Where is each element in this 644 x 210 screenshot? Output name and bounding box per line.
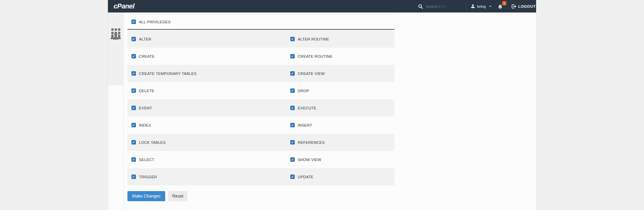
privilege-row: SELECT SHOW VIEW <box>127 151 394 168</box>
checkbox-create-view[interactable] <box>290 71 295 76</box>
privilege-label: CREATE TEMPORARY TABLES <box>139 72 197 76</box>
checkbox-references[interactable] <box>290 140 295 145</box>
search-placeholder: Search ( / ) <box>426 4 445 8</box>
content-left-border <box>123 12 124 210</box>
privileges-table: ALTER ALTER ROUTINE CREATE CREATE ROUTIN… <box>127 30 394 185</box>
privilege-row: EVENT EXECUTE <box>127 99 394 116</box>
search-icon <box>418 4 423 9</box>
privilege-label: DROP <box>298 89 309 93</box>
search-input[interactable]: Search ( / ) <box>418 0 445 12</box>
privilege-label: SHOW VIEW <box>298 158 321 162</box>
privilege-label: CREATE ROUTINE <box>298 54 332 58</box>
privilege-label: TRIGGER <box>139 175 157 179</box>
privilege-row: LOCK TABLES REFERENCES <box>127 134 394 151</box>
logout-label: LOGOUT <box>518 4 536 8</box>
privilege-row: ALTER ALTER ROUTINE <box>127 30 394 48</box>
checkbox-alter-routine[interactable] <box>290 37 295 41</box>
privilege-row: DELETE DROP <box>127 82 394 99</box>
all-privileges-row: ALL PRIVILEGES <box>127 14 394 30</box>
top-navbar: cPanel Search ( / ) bring 1 <box>108 0 536 12</box>
notifications-button[interactable]: 1 <box>497 0 509 12</box>
privilege-label: EXECUTE <box>298 106 316 110</box>
form-actions: Make Changes Reset <box>127 191 187 201</box>
checkbox-create-routine[interactable] <box>290 54 295 58</box>
all-privileges-checkbox[interactable] <box>131 20 136 24</box>
privilege-row: TRIGGER UPDATE <box>127 168 394 185</box>
reset-button[interactable]: Reset <box>168 191 187 201</box>
checkbox-insert[interactable] <box>290 123 295 127</box>
header-divider <box>466 2 466 10</box>
logout-icon <box>511 4 516 9</box>
privilege-label: CREATE VIEW <box>298 72 325 76</box>
privilege-label: INDEX <box>139 123 151 127</box>
privilege-label: EVENT <box>139 106 152 110</box>
privilege-label: DELETE <box>139 89 154 93</box>
user-menu-button[interactable]: bring <box>471 0 492 12</box>
privilege-label: LOCK TABLES <box>139 140 166 145</box>
checkbox-create-temporary-tables[interactable] <box>131 71 136 76</box>
privilege-label: REFERENCES <box>298 140 325 145</box>
all-privileges-label: ALL PRIVILEGES <box>139 20 171 24</box>
username-label: bring <box>477 4 486 8</box>
chevron-down-icon <box>489 6 492 7</box>
privilege-row: CREATE TEMPORARY TABLES CREATE VIEW <box>127 65 394 82</box>
sidebar <box>108 12 123 85</box>
privilege-label: SELECT <box>139 158 154 162</box>
privilege-label: ALTER <box>139 37 151 41</box>
app-right-border <box>536 12 536 210</box>
privilege-label: CREATE <box>139 54 155 58</box>
checkbox-index[interactable] <box>131 123 136 127</box>
checkbox-select[interactable] <box>131 157 136 162</box>
privilege-label: ALTER ROUTINE <box>298 37 329 41</box>
make-changes-button[interactable]: Make Changes <box>127 191 165 201</box>
checkbox-execute[interactable] <box>290 106 295 110</box>
cpanel-logo: cPanel <box>114 0 134 12</box>
checkbox-show-view[interactable] <box>290 157 295 162</box>
sidebar-item-users[interactable] <box>110 30 121 42</box>
checkbox-trigger[interactable] <box>131 175 136 179</box>
checkbox-create[interactable] <box>131 54 136 58</box>
checkbox-update[interactable] <box>290 175 295 179</box>
privilege-row: CREATE CREATE ROUTINE <box>127 48 394 65</box>
logout-button[interactable]: LOGOUT <box>511 0 536 12</box>
privilege-label: UPDATE <box>298 175 314 179</box>
checkbox-drop[interactable] <box>290 88 295 93</box>
checkbox-event[interactable] <box>131 106 136 110</box>
user-icon <box>471 4 475 8</box>
user-group-icon <box>110 32 121 40</box>
checkbox-delete[interactable] <box>131 88 136 93</box>
privilege-label: INSERT <box>298 123 312 127</box>
checkbox-lock-tables[interactable] <box>131 140 136 145</box>
notification-badge: 1 <box>502 1 506 5</box>
privilege-row: INDEX INSERT <box>127 116 394 134</box>
checkbox-alter[interactable] <box>131 37 136 41</box>
